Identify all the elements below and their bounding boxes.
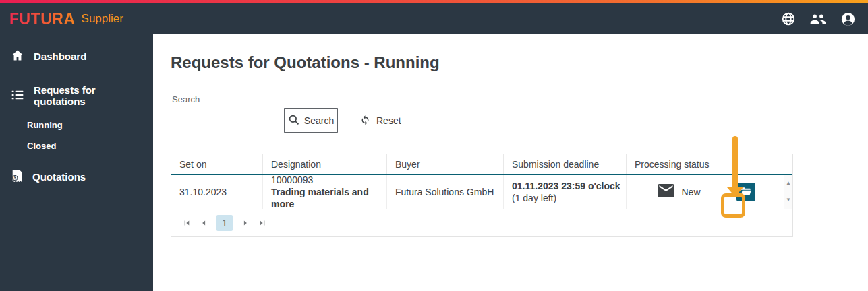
cell-set-on: 31.10.2023 — [171, 175, 262, 209]
sidebar-item-requests-for-quotations[interactable]: Requests for quotations — [0, 77, 153, 115]
sidebar: Dashboard Requests for quotations Runnin… — [0, 34, 153, 291]
annotation-arrow-head — [727, 187, 743, 197]
deadline-value: 01.11.2023 23:59 o'clock — [512, 180, 626, 192]
search-input[interactable] — [171, 108, 284, 133]
prev-page-button[interactable] — [200, 219, 208, 227]
sidebar-item-label: Requests for quotations — [34, 84, 142, 107]
table-header-set-on: Set on — [171, 154, 262, 174]
status-value: New — [681, 186, 700, 198]
last-page-button[interactable] — [258, 219, 266, 227]
cell-designation: 10000093 Trading materials and more — [262, 175, 386, 209]
cell-processing-status: New — [626, 175, 724, 209]
app-window: FUTURA Supplier — [0, 0, 868, 291]
page-title: Requests for Quotations - Running — [171, 53, 868, 72]
search-button-label: Search — [304, 115, 334, 126]
brand-logo: FUTURA — [9, 10, 76, 28]
deadline-note: (1 day left) — [512, 192, 626, 204]
scroll-up-icon[interactable]: ▲ — [786, 181, 791, 186]
annotation-highlight-box — [721, 193, 745, 218]
cell-buyer: Futura Solutions GmbH — [386, 175, 503, 209]
list-icon — [11, 88, 24, 104]
home-icon — [11, 48, 24, 64]
sidebar-item-dashboard[interactable]: Dashboard — [0, 41, 153, 71]
sidebar-item-label: Dashboard — [34, 51, 86, 62]
table-header-scroll-spacer — [784, 154, 792, 174]
designation-number: 10000093 — [271, 174, 386, 186]
first-page-button[interactable] — [183, 219, 191, 227]
header-icon-group — [781, 11, 856, 27]
reset-button-label: Reset — [376, 115, 401, 126]
designation-name: Trading materials and more — [271, 186, 386, 210]
search-icon — [288, 114, 299, 127]
account-icon[interactable] — [840, 11, 856, 27]
table-scrollbar[interactable]: ▲ ▼ — [784, 175, 792, 209]
quotations-icon: $ — [11, 169, 23, 185]
table-header-buyer: Buyer — [386, 154, 503, 174]
cell-submission-deadline: 01.11.2023 23:59 o'clock (1 day left) — [503, 175, 626, 209]
page-number[interactable]: 1 — [216, 215, 233, 231]
set-on-value: 31.10.2023 — [179, 186, 262, 198]
users-icon[interactable] — [809, 11, 827, 26]
table-row: 31.10.2023 10000093 Trading materials an… — [171, 175, 792, 209]
table-header-submission-deadline: Submission deadline — [503, 154, 626, 174]
reset-icon — [359, 114, 371, 127]
annotation-arrow-shaft — [732, 136, 738, 188]
main-content: Requests for Quotations - Running Search… — [153, 34, 868, 291]
mail-icon — [658, 184, 674, 200]
next-page-button[interactable] — [241, 219, 250, 227]
quotations-table: Set on Designation Buyer Submission dead… — [171, 154, 793, 237]
scroll-down-icon[interactable]: ▼ — [786, 197, 791, 203]
brand-product: Supplier — [82, 12, 123, 26]
sidebar-item-label: Quotations — [32, 171, 86, 183]
table-header-row: Set on Designation Buyer Submission dead… — [171, 154, 792, 175]
table-header-designation: Designation — [262, 154, 386, 174]
pagination: 1 — [171, 209, 792, 236]
svg-text:$: $ — [14, 175, 17, 181]
app-header: FUTURA Supplier — [0, 3, 868, 34]
buyer-value: Futura Solutions GmbH — [395, 186, 503, 198]
section-divider — [156, 148, 868, 148]
search-label: Search — [172, 94, 868, 104]
sidebar-item-closed[interactable]: Closed — [0, 135, 153, 156]
sidebar-item-running[interactable]: Running — [0, 115, 153, 135]
globe-icon[interactable] — [781, 11, 796, 26]
sidebar-item-quotations[interactable]: $ Quotations — [0, 162, 153, 192]
search-button[interactable]: Search — [284, 108, 338, 133]
table-header-processing-status: Processing status — [626, 154, 724, 174]
search-bar: Search Reset — [171, 108, 868, 133]
reset-button[interactable]: Reset — [359, 108, 401, 133]
